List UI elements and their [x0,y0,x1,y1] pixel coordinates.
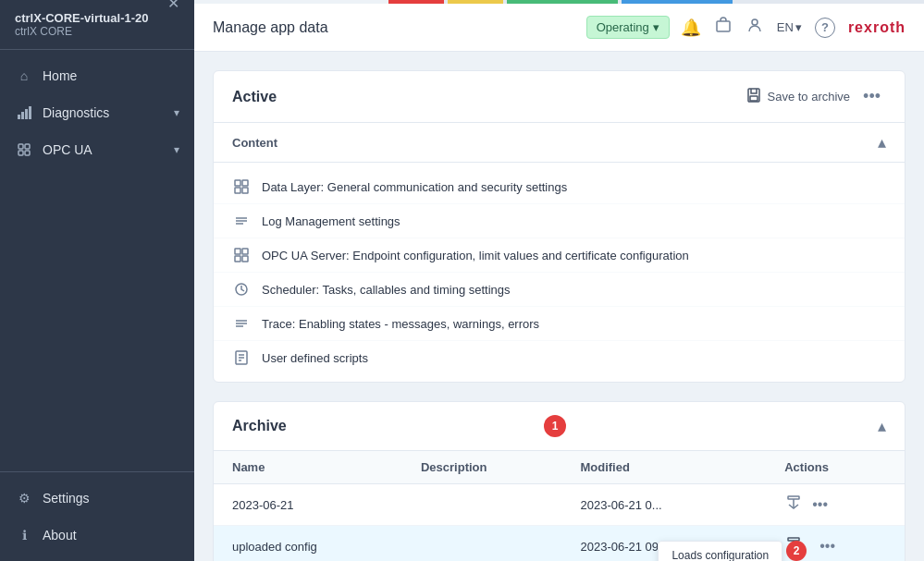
archive-table: Name Description Modified Actions 2023-0… [214,451,905,561]
save-to-archive-button[interactable]: Save to archive [739,84,857,109]
scheduler-icon [232,282,251,297]
content-subsection: Content ▴ Data Layer: General communicat… [214,123,905,382]
row-1-more-button[interactable]: ••• [818,536,837,556]
sidebar-item-about[interactable]: ℹ About [0,517,194,554]
sidebar-item-home[interactable]: ⌂ Home [0,57,194,94]
svg-point-9 [752,19,758,25]
opc-icon [232,248,251,262]
sidebar-item-opc-ua[interactable]: OPC UA ▾ [0,131,194,168]
row-1-actions: 2 Loads configuration ••• [766,526,905,562]
table-row: uploaded config 2023-06-21 09:49 2 [214,526,905,562]
app-name: ctrlX CORE [15,25,148,38]
content-item-4: Trace: Enabling states - messages, warni… [214,307,905,341]
col-modified: Modified [561,451,766,484]
row-0-load-button[interactable] [784,494,803,516]
progress-seg-green [507,0,618,4]
svg-rect-12 [235,180,240,186]
archive-badge: 1 [544,415,566,437]
row-0-description [402,484,562,526]
progress-seg-red [388,0,444,4]
bell-icon[interactable]: 🔔 [681,18,701,38]
archive-section-header: Archive 1 ▴ [214,402,905,451]
col-description: Description [402,451,562,484]
data-layer-icon [232,179,251,194]
step-badge-2: 2 [786,541,807,561]
archive-collapse-button[interactable]: ▴ [878,416,886,436]
sidebar-item-label-home: Home [43,68,179,83]
active-more-button[interactable]: ••• [857,85,886,108]
close-icon[interactable]: ✕ [167,0,179,12]
main: Manage app data Operating ▾ 🔔 EN ▾ ? rex… [194,0,924,561]
sidebar-item-settings[interactable]: ⚙ Settings [0,480,194,517]
active-section: Active Save to archive ••• Content ▴ [213,70,906,383]
sidebar-item-diagnostics[interactable]: Diagnostics ▾ [0,94,194,131]
svg-rect-21 [235,256,240,262]
active-section-header: Active Save to archive ••• [214,71,905,123]
col-actions: Actions [766,451,905,484]
row-0-more-button[interactable]: ••• [810,494,830,515]
content-item-3: Scheduler: Tasks, callables and timing s… [214,273,905,307]
help-icon[interactable]: ? [815,18,835,38]
chevron-down-icon-opc: ▾ [174,143,179,156]
scripts-icon [232,350,251,365]
row-0-actions: ••• [766,484,905,526]
svg-rect-14 [235,188,240,193]
content-item-label-4: Trace: Enabling states - messages, warni… [262,317,539,331]
archive-section-title: Archive [232,418,544,434]
svg-rect-20 [242,249,248,254]
load-button-wrap: 2 [784,535,803,557]
save-icon [746,88,761,105]
row-0-name: 2023-06-21 [214,484,402,526]
svg-rect-4 [18,144,23,149]
content-subtitle: Content [232,136,870,150]
topbar-icons: 🔔 EN ▾ ? rexroth [681,16,906,39]
svg-rect-13 [242,180,248,186]
sidebar: ctrlX-CORE-virtual-1-20 ctrlX CORE ✕ ⌂ H… [0,0,194,561]
sidebar-item-label-opc-ua: OPC UA [43,142,165,157]
svg-rect-11 [750,96,758,101]
about-icon: ℹ [15,526,33,544]
content-item-label-5: User defined scripts [262,351,368,365]
content-collapse-button[interactable]: ▴ [878,132,886,152]
content-item-label-1: Log Management settings [262,214,400,228]
diagnostics-icon [15,104,33,122]
language-selector[interactable]: EN ▾ [777,20,802,34]
svg-rect-15 [242,188,248,193]
user-icon[interactable] [745,16,764,39]
row-1-name: uploaded config [214,526,402,562]
progress-bar [388,0,924,4]
lang-label: EN [777,20,794,34]
content-item-label-0: Data Layer: General communication and se… [262,180,567,194]
active-section-title: Active [232,89,739,105]
svg-rect-0 [18,115,20,119]
content-items-list: Data Layer: General communication and se… [214,163,905,382]
content-item-1: Log Management settings [214,204,905,238]
topbar: Manage app data Operating ▾ 🔔 EN ▾ ? rex… [194,4,924,52]
progress-seg-blue [622,0,733,4]
cart-icon[interactable] [714,16,733,39]
svg-rect-6 [18,151,23,155]
status-label: Operating [597,20,649,34]
row-0-modified: 2023-06-21 0... [561,484,766,526]
row-1-description [402,526,562,562]
svg-rect-8 [717,21,730,31]
trace-icon [232,316,251,331]
content-item-0: Data Layer: General communication and se… [214,170,905,204]
about-label: About [43,528,77,543]
status-chevron-icon: ▾ [653,20,659,34]
svg-rect-31 [788,496,799,499]
page-title: Manage app data [213,19,575,36]
sidebar-item-label-diagnostics: Diagnostics [43,105,165,120]
svg-rect-19 [235,249,240,254]
svg-rect-3 [29,106,31,119]
opc-ua-icon [15,140,33,159]
row-0-action-buttons: ••• [784,494,886,516]
archive-section: Archive 1 ▴ Name Description Modified Ac… [213,401,906,561]
content-item-2: OPC UA Server: Endpoint configuration, l… [214,238,905,273]
status-badge[interactable]: Operating ▾ [586,16,670,39]
svg-rect-7 [25,151,30,155]
rexroth-logo: rexroth [848,19,906,36]
svg-rect-2 [25,109,28,119]
progress-seg-yellow [448,0,503,4]
table-header-row: Name Description Modified Actions [214,451,905,484]
